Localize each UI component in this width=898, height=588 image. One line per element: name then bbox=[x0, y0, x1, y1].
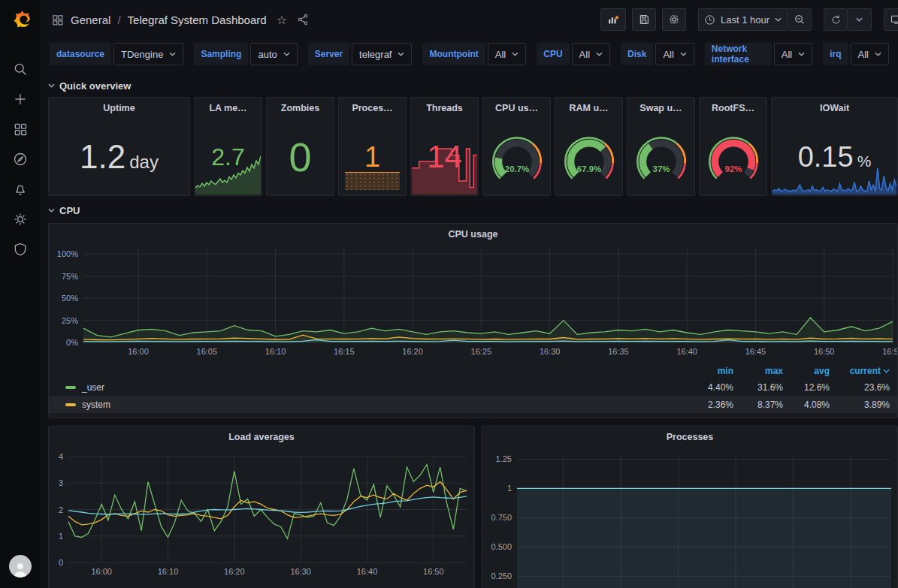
search-icon[interactable] bbox=[8, 60, 32, 78]
panel-title[interactable]: Threads bbox=[411, 98, 478, 119]
processes-chart[interactable]: 0.2500.5000.75011.25 bbox=[482, 448, 897, 588]
variable-value-dropdown[interactable]: auto bbox=[250, 43, 297, 65]
panel-title[interactable]: Processes bbox=[482, 427, 897, 448]
svg-text:16:35: 16:35 bbox=[608, 347, 629, 356]
gauge: 67.9% bbox=[556, 130, 622, 184]
refresh-group bbox=[824, 8, 872, 31]
variable-label: irq bbox=[823, 43, 848, 65]
svg-text:50%: 50% bbox=[62, 294, 78, 303]
create-icon[interactable] bbox=[8, 90, 32, 108]
stat-value: 14 bbox=[427, 141, 462, 173]
stat-value: 0 bbox=[289, 137, 311, 177]
stat-number: 2.7 bbox=[211, 145, 244, 169]
variable-current-value: telegraf bbox=[359, 49, 392, 60]
row-toggle-cpu[interactable]: CPU bbox=[48, 201, 898, 220]
panel-title[interactable]: LA me… bbox=[195, 98, 262, 119]
svg-text:0.750: 0.750 bbox=[491, 513, 512, 522]
variable-value-dropdown[interactable]: telegraf bbox=[352, 43, 412, 65]
zoom-out-time-button[interactable] bbox=[788, 8, 812, 31]
svg-text:16:40: 16:40 bbox=[357, 567, 378, 576]
panel-title[interactable]: RAM u… bbox=[555, 98, 622, 119]
stat-value: 0.15% bbox=[798, 143, 872, 171]
legend-series-name[interactable]: _user bbox=[65, 382, 678, 393]
variable-value-dropdown[interactable]: All bbox=[655, 43, 694, 65]
legend-sort-current[interactable]: current bbox=[830, 366, 890, 376]
legend-min-value: 2.36% bbox=[678, 400, 733, 410]
series-label: _iowait bbox=[82, 417, 110, 419]
legend-series-name[interactable]: system bbox=[65, 400, 678, 410]
panel-title[interactable]: IOWait bbox=[772, 98, 897, 119]
legend-series-name[interactable]: _iowait bbox=[65, 417, 678, 419]
variable-value-dropdown[interactable]: All bbox=[774, 43, 812, 65]
variable-label: Mountpoint bbox=[422, 43, 485, 65]
legend-row-user[interactable]: _user4.40%31.6%12.6%23.6% bbox=[49, 378, 897, 396]
alerting-bell-icon[interactable] bbox=[8, 180, 32, 198]
panel-title[interactable]: RootFS… bbox=[700, 98, 766, 119]
variable-value-dropdown[interactable]: All bbox=[488, 43, 526, 65]
load-averages-chart[interactable]: 0123416:0016:1016:2016:3016:4016:50 bbox=[49, 448, 474, 588]
panel-title[interactable]: Swap u… bbox=[627, 98, 694, 119]
svg-text:16:55: 16:55 bbox=[882, 347, 897, 356]
explore-compass-icon[interactable] bbox=[8, 150, 32, 168]
variable-value-dropdown[interactable]: TDengine bbox=[113, 43, 183, 65]
gauge-value: 20.7% bbox=[504, 164, 528, 173]
legend-sort-max[interactable]: max bbox=[733, 366, 783, 376]
panel-title[interactable]: CPU usage bbox=[49, 224, 897, 245]
svg-text:16:00: 16:00 bbox=[128, 347, 149, 356]
stat-panel-ramu: RAM u…67.9% bbox=[555, 97, 623, 196]
variable-current-value: TDengine bbox=[121, 49, 163, 60]
stat-body: 0 bbox=[267, 119, 334, 195]
stat-value: 1 bbox=[364, 143, 380, 171]
share-icon[interactable] bbox=[297, 14, 309, 26]
save-dashboard-button[interactable] bbox=[632, 8, 656, 31]
server-admin-shield-icon[interactable] bbox=[8, 240, 32, 258]
dashboard-title[interactable]: Telegraf System Dashboard bbox=[128, 14, 267, 26]
legend-sort-avg[interactable]: avg bbox=[783, 366, 830, 376]
variable-current-value: All bbox=[495, 49, 506, 60]
row-toggle-quick-overview[interactable]: Quick overview bbox=[48, 76, 898, 95]
time-range-picker[interactable]: Last 1 hour bbox=[698, 8, 788, 31]
variable-current-value: All bbox=[579, 49, 590, 60]
svg-text:1: 1 bbox=[507, 484, 512, 493]
user-avatar[interactable] bbox=[9, 555, 32, 577]
stat-panel-zombies: Zombies0 bbox=[266, 97, 334, 196]
panel-title[interactable]: Proces… bbox=[339, 98, 406, 119]
configuration-gear-icon[interactable] bbox=[8, 210, 32, 228]
dashboard-settings-button[interactable] bbox=[662, 8, 686, 31]
time-picker-group: Last 1 hour bbox=[698, 8, 812, 31]
legend-row-iowait[interactable]: _iowait0.696%1.11%1.10%1.04% bbox=[49, 413, 897, 418]
stat-number: 14 bbox=[427, 141, 462, 173]
breadcrumb-section[interactable]: General bbox=[71, 14, 110, 26]
time-range-label: Last 1 hour bbox=[721, 14, 769, 26]
variable-sampling: Samplingauto bbox=[194, 43, 297, 65]
variable-value-dropdown[interactable]: All bbox=[572, 43, 610, 65]
breadcrumb: General / Telegraf System Dashboard ☆ bbox=[51, 13, 309, 27]
panel-title[interactable]: Uptime bbox=[49, 98, 189, 119]
svg-text:16:50: 16:50 bbox=[814, 347, 835, 356]
star-icon[interactable]: ☆ bbox=[277, 13, 287, 27]
quick-overview-row: Uptime1.2dayLA me…2.7Zombies0Proces…1Thr… bbox=[48, 97, 898, 196]
variable-label: Disk bbox=[621, 43, 653, 65]
legend-row-system[interactable]: system2.36%8.37%4.08%3.89% bbox=[49, 396, 897, 413]
dashboards-icon[interactable] bbox=[8, 120, 32, 138]
stat-panel-proces: Proces…1 bbox=[338, 97, 407, 196]
stat-panel-rootfs: RootFS…92% bbox=[699, 97, 767, 196]
stat-panel-cpuus: CPU us…20.7% bbox=[482, 97, 551, 196]
svg-text:0: 0 bbox=[59, 558, 63, 567]
panel-title[interactable]: CPU us… bbox=[483, 98, 550, 119]
panel-title[interactable]: Load averages bbox=[49, 427, 474, 448]
svg-text:4: 4 bbox=[59, 452, 63, 461]
refresh-button[interactable] bbox=[824, 8, 848, 31]
legend-sort-min[interactable]: min bbox=[678, 366, 733, 376]
gauge: 20.7% bbox=[484, 130, 550, 184]
panel-title[interactable]: Zombies bbox=[267, 98, 334, 119]
refresh-interval-dropdown[interactable] bbox=[848, 8, 872, 31]
variable-cpu: CPUAll bbox=[537, 43, 610, 65]
grafana-logo-icon[interactable] bbox=[8, 8, 33, 33]
kiosk-tv-button[interactable] bbox=[884, 8, 898, 31]
add-panel-button[interactable] bbox=[600, 8, 626, 31]
stat-number: 0.15 bbox=[798, 143, 854, 171]
stat-body: 1.2day bbox=[49, 119, 189, 195]
svg-text:100%: 100% bbox=[57, 249, 78, 258]
variable-value-dropdown[interactable]: All bbox=[851, 43, 889, 65]
